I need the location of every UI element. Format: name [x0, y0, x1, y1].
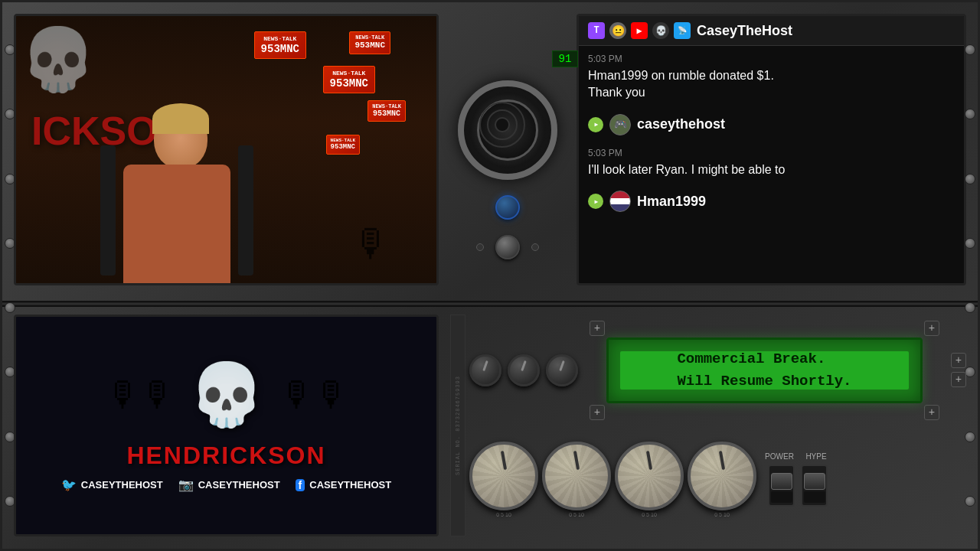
small-eq-knob-3[interactable] [546, 354, 578, 386]
skull-decoration-icon: 💀 [652, 22, 669, 39]
knob-scale-1: 0510 [496, 512, 511, 517]
twitter-bird-icon: 🐦 [61, 478, 77, 492]
rumble-play-icon [588, 117, 603, 132]
number-display: 91 [552, 51, 579, 67]
stream-icon: 📡 [674, 22, 691, 39]
small-eq-knob-1[interactable] [469, 354, 501, 386]
top-section: 💀 NEWS·TALK953MNC NEWS·TALK953MNC NEWS·T… [2, 2, 978, 301]
power-label: POWER [764, 452, 795, 461]
display-plus-br[interactable]: + [924, 405, 939, 420]
serial-strip: SERIAL NO. 83732846759393 [450, 315, 466, 536]
hype-toggle-base [804, 491, 825, 503]
avatar-icon: 😐 [609, 22, 626, 39]
instagram-social: 📷 CASEYTHEHOST [178, 478, 280, 492]
video-content: 💀 NEWS·TALK953MNC NEWS·TALK953MNC NEWS·T… [16, 16, 436, 283]
chat-header: T 😐 ▶ 💀 📡 CaseyTheHost [579, 16, 964, 46]
large-knob-1[interactable] [469, 442, 538, 510]
chat-host-name: CaseyTheHost [697, 23, 792, 39]
equip-bottom: 0510 0510 0510 [469, 429, 966, 529]
large-knob-3[interactable] [615, 442, 684, 510]
twitch-icon: T [588, 22, 605, 39]
main-frame: 💀 NEWS·TALK953MNC NEWS·TALK953MNC NEWS·T… [0, 0, 980, 551]
rack-screw [965, 44, 975, 55]
right-controls: + + [951, 353, 966, 387]
rack-screw [965, 302, 975, 313]
small-eq-knob-2[interactable] [508, 354, 540, 386]
chat-message-2: 5:03 PM I'll look later Ryan. I might be… [588, 148, 955, 178]
chat-user-row-casey: 🎮 caseythehost [588, 111, 955, 139]
display-plus-tr[interactable]: + [924, 321, 939, 336]
display-plus-bl[interactable]: + [590, 405, 605, 420]
right-minus-btn[interactable]: + [951, 372, 966, 387]
hman-avatar [609, 191, 631, 212]
rack-screw [965, 367, 975, 377]
casey-username: caseythehost [637, 116, 725, 132]
green-display-inner: Commercial Break. Will Resume Shortly. [620, 351, 909, 390]
chat-timestamp-2: 5:03 PM [588, 148, 622, 158]
bottom-section: 🎙🎙 💀 🎙🎙 HENDRICKSON 🐦 CASEYTHEHOST 📷 CAS… [2, 307, 978, 550]
youtube-icon: ▶ [631, 22, 648, 39]
twitter-handle: CASEYTHEHOST [81, 479, 163, 491]
left-mic-cluster-icon: 🎙🎙 [104, 376, 173, 417]
instagram-handle: CASEYTHEHOST [198, 479, 280, 491]
chat-messages: 5:03 PM Hman1999 on rumble donated $1.Th… [579, 46, 964, 283]
speaker-grille [458, 80, 557, 180]
hype-toggle-handle [804, 473, 825, 490]
sign-4: NEWS·TALK953MNC [368, 100, 406, 122]
hype-toggle[interactable] [801, 465, 828, 507]
social-row: 🐦 CASEYTHEHOST 📷 CASEYTHEHOST f CASEYTHE… [61, 478, 391, 492]
section-divider [2, 301, 978, 307]
equip-top: + + + + Commercial Break. Will Resume Sh… [469, 315, 966, 425]
twitter-social: 🐦 CASEYTHEHOST [61, 478, 163, 492]
chat-text-1: Hman1999 on rumble donated $1.Thank you [588, 67, 955, 102]
brand-name: HENDRICKSON [126, 442, 325, 470]
logo-panel: 🎙🎙 💀 🎙🎙 HENDRICKSON 🐦 CASEYTHEHOST 📷 CAS… [14, 315, 439, 536]
rack-screw [965, 109, 975, 119]
chat-message-donation: 5:03 PM Hman1999 on rumble donated $1.Th… [588, 54, 955, 102]
large-knob-4[interactable] [688, 442, 756, 510]
rack-screw [965, 496, 975, 507]
sign-1: NEWS·TALK953MNC [254, 31, 306, 59]
equipment-panel: SERIAL NO. 83732846759393 + + + [450, 315, 966, 536]
chat-text-2: I'll look later Ryan. I might be able to [588, 161, 955, 178]
knob-scale-4: 0510 [714, 512, 730, 517]
chat-platform-icons: T 😐 ▶ 💀 📡 [588, 22, 691, 39]
display-plus-tl[interactable]: + [590, 321, 605, 336]
serial-number: SERIAL NO. 83732846759393 [455, 376, 461, 475]
speaker-inner [477, 99, 538, 161]
large-knob-wrapper-4: 0510 [688, 442, 756, 517]
hman-username: Hman1999 [637, 194, 706, 210]
led-left [476, 243, 484, 251]
rack-screw [965, 238, 975, 249]
sign-2: NEWS·TALK953MNC [323, 66, 375, 93]
power-toggle-base [771, 491, 792, 503]
small-knob-center[interactable] [495, 235, 520, 259]
knob-scale-3: 0510 [642, 512, 657, 517]
blue-knob[interactable] [495, 195, 520, 220]
power-toggle[interactable] [768, 465, 795, 507]
large-knob-wrapper-1: 0510 [469, 442, 538, 517]
chat-user-row-hman: Hman1999 [588, 187, 955, 215]
person-area [77, 69, 307, 283]
sign-5: NEWS·TALK953MNC [326, 135, 360, 155]
sign-3: NEWS·TALK953MNC [349, 31, 390, 54]
video-panel: 💀 NEWS·TALK953MNC NEWS·TALK953MNC NEWS·T… [14, 14, 439, 285]
casey-avatar: 🎮 [609, 114, 631, 135]
right-plus-btn[interactable]: + [951, 353, 966, 368]
person-figure [93, 84, 261, 283]
instagram-icon: 📷 [178, 478, 194, 492]
controls-row [476, 235, 539, 259]
center-skull-icon: 💀 [188, 359, 265, 434]
commercial-display-container: + + + + Commercial Break. Will Resume Sh… [590, 321, 939, 420]
facebook-icon: f [296, 479, 305, 491]
small-knobs-row [469, 354, 578, 386]
studio-background: 💀 NEWS·TALK953MNC NEWS·TALK953MNC NEWS·T… [16, 16, 436, 283]
rack-screw [965, 174, 975, 184]
hype-label: HYPE [801, 452, 831, 461]
large-knob-2[interactable] [542, 442, 611, 510]
large-knob-wrapper-2: 0510 [542, 442, 611, 517]
power-hype-labels: POWER HYPE [764, 452, 831, 461]
right-mic-cluster-icon: 🎙🎙 [280, 376, 349, 417]
led-right [531, 243, 539, 251]
toggle-switches [768, 465, 828, 507]
